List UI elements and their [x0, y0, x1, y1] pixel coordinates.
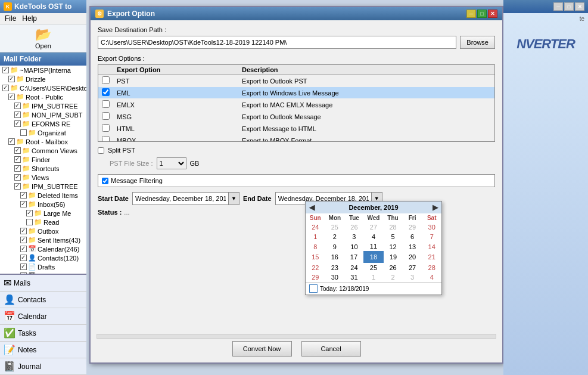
tree-item[interactable]: 📁NON_IPM_SUBT [0, 110, 86, 119]
start-date-arrow[interactable]: ▼ [228, 193, 239, 204]
cal-day-cell[interactable]: 30 [325, 272, 345, 282]
cal-day-cell[interactable]: 25 [325, 222, 345, 232]
menu-help[interactable]: Help [22, 14, 37, 23]
cal-day-cell[interactable]: 7 [422, 232, 441, 241]
tree-checkbox[interactable] [20, 228, 27, 234]
tree-checkbox[interactable] [2, 85, 9, 91]
open-button[interactable]: 📂 Open [5, 27, 82, 49]
cal-day-cell[interactable]: 21 [422, 252, 441, 262]
tree-item[interactable]: 📅Calendar(246) [0, 244, 86, 253]
minimize-button[interactable]: ─ [466, 10, 476, 18]
tree-checkbox[interactable] [20, 264, 27, 270]
tree-item[interactable]: 📁Inbox(56) [0, 200, 86, 209]
export-table-row[interactable]: MSG Export to Outlook Message [98, 111, 494, 123]
cal-day-cell[interactable]: 1 [306, 232, 325, 241]
cal-day-cell[interactable]: 19 [383, 252, 403, 262]
tree-item[interactable]: 📁~MAPISP(Interna [0, 66, 86, 75]
nav-item-mails[interactable]: ✉ Mails [0, 275, 86, 292]
cal-day-cell[interactable]: 20 [403, 252, 422, 262]
tree-item[interactable]: 👤Contacts(120) [0, 253, 86, 262]
cal-day-cell[interactable]: 24 [306, 222, 325, 232]
cal-day-cell[interactable]: 4 [422, 272, 441, 282]
tree-item[interactable]: 📁Shortcuts [0, 164, 86, 173]
convert-now-button[interactable]: Convert Now [232, 341, 292, 357]
cal-day-cell[interactable]: 27 [364, 222, 384, 232]
tree-checkbox[interactable] [20, 192, 27, 199]
tree-item[interactable]: 📁IPM_SUBTREE [0, 101, 86, 110]
cal-day-cell[interactable]: 12 [383, 241, 403, 252]
tree-checkbox[interactable] [8, 76, 15, 82]
cal-day-cell[interactable]: 3 [344, 232, 364, 241]
cal-day-cell[interactable]: 26 [383, 262, 403, 272]
cal-day-cell[interactable]: 2 [325, 232, 345, 241]
cal-day-cell[interactable]: 10 [344, 241, 364, 252]
tree-checkbox[interactable] [14, 156, 21, 163]
tree-item[interactable]: 📁Root - Public [0, 92, 86, 101]
cal-day-cell[interactable]: 3 [403, 272, 422, 282]
tree-checkbox[interactable] [20, 246, 27, 252]
cal-day-cell[interactable]: 1 [364, 272, 384, 282]
tree-item[interactable]: 📁EFORMS RE [0, 119, 86, 128]
cal-day-cell[interactable]: 16 [325, 252, 345, 262]
tree-checkbox[interactable] [14, 147, 21, 154]
export-table-row[interactable]: PST Export to Outlook PST [98, 75, 494, 87]
nav-item-notes[interactable]: 📝 Notes [0, 342, 86, 358]
export-row-checkbox[interactable] [102, 100, 110, 108]
export-row-checkbox[interactable] [102, 136, 110, 142]
start-date-input[interactable] [133, 193, 228, 204]
tree-item[interactable]: 📁IPM_SUBTREE [0, 182, 86, 191]
tree-item[interactable]: 📁Finder [0, 155, 86, 164]
tree-checkbox[interactable] [20, 237, 27, 243]
export-table-row[interactable]: EML Export to Windows Live Message [98, 87, 494, 99]
tree-checkbox[interactable] [26, 210, 33, 216]
tree-item[interactable]: 📁Drizzle [0, 75, 86, 83]
tree-checkbox[interactable] [14, 111, 21, 118]
cal-day-cell[interactable]: 29 [306, 272, 325, 282]
cal-day-cell[interactable]: 25 [364, 262, 384, 272]
cal-day-cell[interactable]: 28 [422, 262, 441, 272]
cal-day-cell[interactable]: 18 [364, 252, 384, 262]
tree-checkbox[interactable] [20, 255, 27, 261]
cal-day-cell[interactable]: 15 [306, 252, 325, 262]
cal-day-cell[interactable]: 13 [403, 241, 422, 252]
export-table-row[interactable]: HTML Export Message to HTML [98, 123, 494, 135]
right-close[interactable]: ✕ [575, 2, 584, 11]
folder-tree[interactable]: 📁~MAPISP(Interna📁Drizzle📁C:\Users\USER\D… [0, 66, 86, 274]
nav-item-journal[interactable]: 📓 Journal [0, 358, 86, 375]
cal-day-cell[interactable]: 27 [403, 262, 422, 272]
right-restore[interactable]: □ [564, 2, 574, 11]
export-row-checkbox[interactable] [102, 76, 110, 84]
export-table-row[interactable]: MBOX Export to MBOX Format [98, 135, 494, 142]
browse-button[interactable]: Browse [460, 36, 495, 49]
cal-day-cell[interactable]: 5 [383, 232, 403, 241]
maximize-button[interactable]: □ [477, 10, 487, 18]
cal-day-cell[interactable]: 14 [422, 241, 441, 252]
cal-next[interactable]: ▶ [433, 203, 438, 212]
cal-day-cell[interactable]: 17 [344, 252, 364, 262]
tree-checkbox[interactable] [14, 183, 21, 190]
cal-prev[interactable]: ◀ [309, 203, 315, 212]
tree-checkbox[interactable] [8, 138, 15, 145]
cal-day-cell[interactable]: 29 [403, 222, 422, 232]
export-table-row[interactable]: EMLX Export to MAC EMLX Message [98, 99, 494, 111]
tree-checkbox[interactable] [20, 201, 27, 207]
cal-day-cell[interactable]: 23 [325, 262, 345, 272]
tree-item[interactable]: 📁Read [0, 218, 86, 227]
tree-checkbox[interactable] [20, 129, 27, 136]
tree-item[interactable]: 📁Sent Items(43) [0, 235, 86, 244]
export-row-checkbox[interactable] [102, 88, 110, 96]
tree-item[interactable]: 📁Deleted Items [0, 191, 86, 200]
cal-day-cell[interactable]: 26 [344, 222, 364, 232]
cal-day-cell[interactable]: 22 [306, 262, 325, 272]
tree-checkbox[interactable] [14, 120, 21, 127]
pst-size-select[interactable]: 1251020 [157, 157, 186, 169]
tree-item[interactable]: 📁Organizat [0, 128, 86, 137]
split-pst-checkbox[interactable] [98, 147, 104, 154]
close-button[interactable]: ✕ [488, 10, 497, 18]
horizontal-scrollbar[interactable] [97, 334, 496, 339]
tree-item[interactable]: 📁Root - Mailbox [0, 137, 86, 146]
right-minimize[interactable]: ─ [553, 2, 563, 11]
path-input[interactable] [98, 36, 456, 49]
tree-checkbox[interactable] [14, 103, 21, 109]
tree-checkbox[interactable] [8, 94, 15, 100]
